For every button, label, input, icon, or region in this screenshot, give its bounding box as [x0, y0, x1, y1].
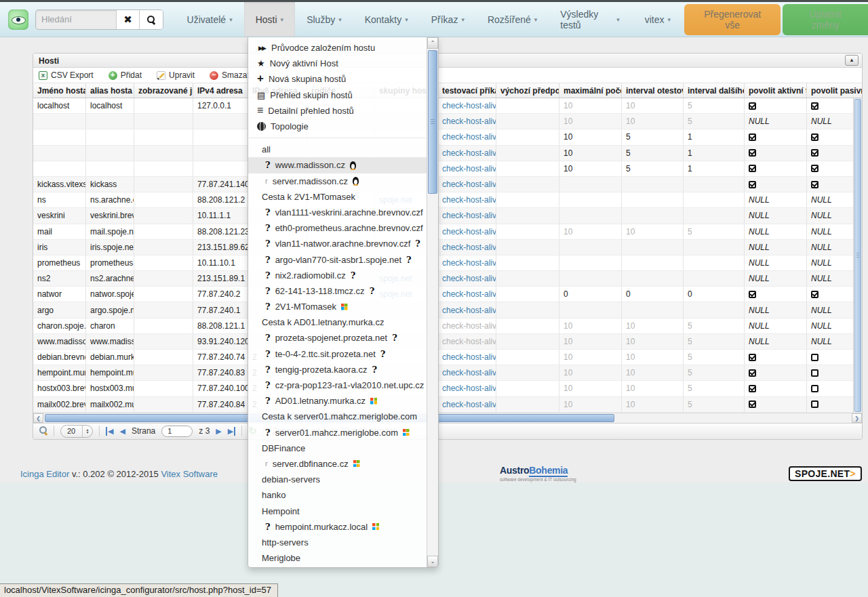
menu-item-server-dbfinance-cz[interactable]: rserver.dbfinance.cz — [248, 456, 427, 472]
menu-item-hempoint[interactable]: Hempoint — [248, 503, 427, 518]
menu-item-2v1-mtomasek[interactable]: ?2V1-MTomasek — [248, 299, 427, 314]
check-command-link[interactable]: check-host-alive — [442, 211, 496, 220]
menu-item-server01-mahcz-meriglobe-com[interactable]: ?server01.mahcz.meriglobe.com — [248, 425, 427, 440]
check-command-link[interactable]: check-host-alive — [442, 132, 496, 142]
user-menu[interactable]: vitex ▾ — [631, 2, 684, 37]
table-row[interactable]: ns2ns2.arachne.cz213.151.89.1spoje.netch… — [33, 271, 862, 287]
menu-item-te-0-4-2-ttc-sit-prozeta-net[interactable]: ?te-0-4-2.ttc.sit.prozeta.net? — [248, 346, 427, 362]
scroll-right-icon[interactable]: ❯ — [852, 413, 862, 423]
toolbar-button-csv-export[interactable]: CSV Export — [39, 70, 94, 80]
table-row[interactable]: hempoint.murkaczhempoint.murkacz77.87.24… — [33, 365, 862, 381]
prev-page-button[interactable]: ◀ — [119, 427, 125, 436]
menu-item-hempoint-murkacz-local[interactable]: ?hempoint.murkacz.local — [248, 519, 427, 535]
spinner-icons[interactable]: ▲▼ — [82, 426, 92, 437]
menu-item-eth0-prometheus-arachne-brevnov-czf[interactable]: ?eth0-prometheus.arachne.brevnov.czf? — [248, 220, 427, 236]
icinga-editor-link[interactable]: Icinga Editor — [20, 469, 69, 479]
table-search-icon[interactable] — [39, 426, 47, 436]
column-header-max[interactable]: maximální počet p — [559, 83, 621, 98]
column-header-display[interactable]: zobrazované jmén — [134, 83, 193, 98]
nav-item-roz-en[interactable]: Rozšířené▾ — [476, 2, 549, 37]
column-header-name[interactable]: Jméno hosta — [33, 83, 85, 98]
spojenet-logo[interactable]: SPOJE.NET> — [789, 466, 862, 481]
toolbar-button-p-idat[interactable]: Přidat — [108, 70, 142, 80]
table-row[interactable]: charon.spoje.netcharon88.208.121.1check-… — [33, 318, 862, 334]
scroll-down-icon[interactable]: ⌄ — [427, 556, 438, 567]
check-command-link[interactable]: check-host-alive — [442, 227, 496, 236]
next-page-button[interactable]: ▶ — [216, 427, 221, 436]
menu-item-vlan1111-veskrini-arachne-brevnov-czf[interactable]: ?vlan1111-veskrini.arachne.brevnov.czf? — [248, 205, 427, 220]
menu-item-62-141-13-118-tmcz-cz[interactable]: ?62-141-13-118.tmcz.cz? — [248, 283, 427, 299]
vertical-scrollbar[interactable] — [853, 98, 862, 413]
menu-item-cz-pra-pop123-ra1-vla2010-net-upc-cz[interactable]: ?cz-pra-pop123-ra1-vla2010.net.upc.cz? — [248, 377, 427, 393]
menu-item-www-madisson-cz[interactable]: ?www.madisson.cz — [248, 157, 427, 173]
menu-item-nov-skupina-host[interactable]: +Nová skupina hostů — [248, 71, 427, 87]
check-command-link[interactable]: check-host-alive — [442, 384, 496, 393]
menu-item-cesta-k-ad01-letnany-murka-cz[interactable]: Cesta k AD01.letnany.murka.cz — [248, 314, 427, 330]
table-row[interactable]: kickass.vitexsoftwarekickass77.87.241.14… — [33, 177, 862, 192]
menu-item-meriglobe[interactable]: Meriglobe — [248, 550, 427, 566]
table-row[interactable]: check-host-alive1051 — [33, 129, 862, 145]
column-header-active[interactable]: povolit aktivní testy — [744, 83, 806, 98]
table-row[interactable]: mailx002.brevnov.mmailx002.murkacz.77.87… — [33, 397, 862, 413]
table-row[interactable]: hostx003.brevnov.hostx003.murkacz77.87.2… — [33, 381, 862, 396]
table-row[interactable]: check-host-alive10105NULLNULL — [33, 114, 862, 129]
search-input[interactable] — [36, 10, 116, 29]
menu-item-tengig-prozeta-kaora-cz[interactable]: ?tengig-prozeta.kaora.cz? — [248, 362, 427, 377]
nav-item-slu-by[interactable]: Služby▾ — [295, 2, 353, 37]
column-header-cmd[interactable]: testovací příkaz — [437, 83, 496, 98]
nav-item-hosti[interactable]: Hosti▾ — [244, 2, 295, 37]
check-command-link[interactable]: check-host-alive — [442, 117, 496, 126]
search-button[interactable] — [139, 10, 162, 29]
table-row[interactable]: nsns.arachne.cz88.208.121.2spoje.netchec… — [33, 192, 862, 208]
scroll-left-icon[interactable]: ❮ — [33, 413, 43, 423]
vitex-software-link[interactable]: Vitex Software — [161, 469, 218, 479]
table-row[interactable]: www.madisson.czwww.madisson.cz93.91.240.… — [33, 334, 862, 350]
table-row[interactable]: mailmail.spoje.net88.208.121.23check-hos… — [33, 224, 862, 240]
table-row[interactable]: irisiris.spoje.net213.151.89.62check-hos… — [33, 240, 862, 255]
check-command-link[interactable]: check-host-alive — [442, 180, 496, 189]
scroll-up-icon[interactable]: ⌃ — [427, 37, 438, 49]
last-page-button[interactable]: ▶ — [228, 427, 235, 436]
collapse-panel-button[interactable]: ▴ — [845, 55, 859, 66]
menu-item-cesta-k-2v1-mtomasek[interactable]: Cesta k 2V1-MTomasek — [248, 189, 427, 205]
column-header-interval[interactable]: interval otestování — [621, 83, 683, 98]
table-row[interactable]: check-host-alive1051 — [33, 146, 862, 161]
menu-scrollbar-thumb[interactable] — [428, 50, 437, 194]
menu-item-http-servers[interactable]: http-servers — [248, 535, 427, 550]
check-command-link[interactable]: check-host-alive — [442, 400, 496, 409]
icinga-eye-logo[interactable] — [8, 9, 28, 30]
menu-scrollbar[interactable]: ⌃ ⌄ — [427, 37, 438, 567]
column-header-ipv4[interactable]: IPv4 adresa — [193, 83, 248, 98]
menu-item-hanko[interactable]: hanko — [248, 487, 427, 503]
column-header-alias[interactable]: alias hosta — [85, 83, 134, 98]
apply-changes-button[interactable]: Uplatnit změny — [783, 4, 868, 35]
table-row[interactable]: check-host-alive1051 — [33, 161, 862, 177]
check-command-link[interactable]: check-host-alive — [442, 258, 496, 268]
check-command-link[interactable]: check-host-alive — [442, 148, 496, 158]
menu-item-argo-vlan770-sit-asbr1-spoje-net[interactable]: ?argo-vlan770-sit-asbr1.spoje.net? — [248, 251, 427, 267]
check-command-link[interactable]: check-host-alive — [442, 289, 496, 299]
check-command-link[interactable]: check-host-alive — [442, 164, 496, 173]
toolbar-button-upravit[interactable]: Upravit — [157, 70, 195, 80]
austrobohemia-logo[interactable]: AustroBohemia software development & IT … — [500, 466, 576, 483]
menu-item-p-ehled-skupin-host[interactable]: ▤Přehled skupin hostů — [248, 87, 427, 103]
vertical-scrollbar-thumb[interactable] — [854, 99, 861, 412]
page-number-input[interactable]: 1 — [161, 426, 193, 437]
menu-item-topologie[interactable]: Topologie — [248, 119, 427, 134]
check-command-link[interactable]: check-host-alive — [442, 195, 496, 205]
check-command-link[interactable]: check-host-alive — [442, 352, 496, 362]
nav-item-kontakty[interactable]: Kontakty▾ — [353, 2, 420, 37]
table-row[interactable]: prometheusprometheus.brevn10.11.10.1chec… — [33, 255, 862, 271]
table-row[interactable]: veskriniveskrini.brevnov.cz10.11.1.1chec… — [33, 208, 862, 224]
table-row[interactable]: natwornatwor.spoje.net77.87.240.2spoje.n… — [33, 287, 862, 302]
check-command-link[interactable]: check-host-alive — [442, 274, 496, 283]
check-command-link[interactable]: check-host-alive — [442, 243, 496, 252]
menu-item-vlan11-natwor-arachne-brevnov-czf[interactable]: ?vlan11-natwor.arachne.brevnov.czf? — [248, 236, 427, 251]
table-row[interactable]: debian.brevnov.mudebian.murkacz.lo77.87.… — [33, 350, 862, 365]
menu-item-server-madisson-cz[interactable]: rserver.madisson.cz — [248, 173, 427, 189]
menu-item-nix2-radiomobil-cz[interactable]: ?nix2.radiomobil.cz? — [248, 268, 427, 283]
menu-item-debian-servers[interactable]: debian-servers — [248, 472, 427, 487]
toolbar-button-smazat[interactable]: Smazat — [210, 70, 250, 80]
column-header-passive[interactable]: povolit pasivní t — [806, 83, 862, 98]
regenerate-all-button[interactable]: Přegenerovat vše — [684, 4, 781, 35]
